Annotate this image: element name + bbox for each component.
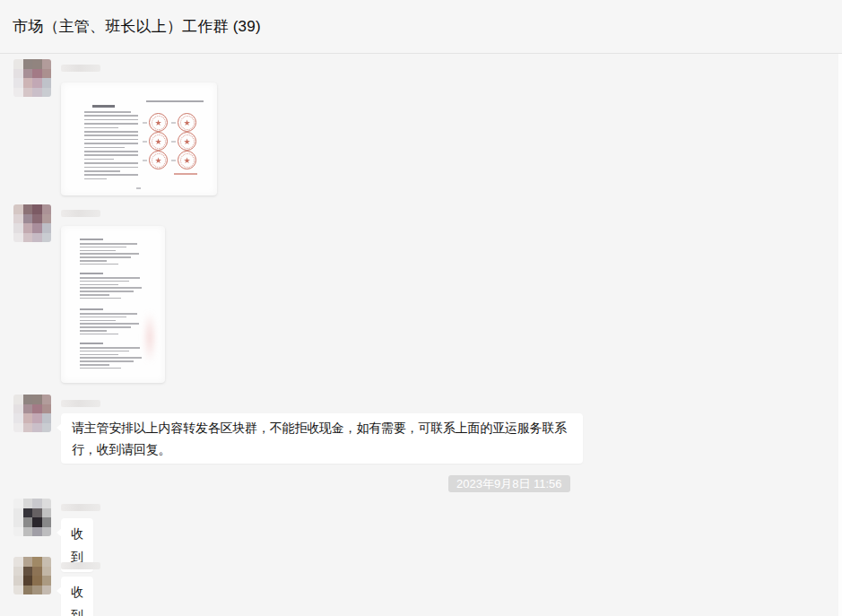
- doc-block-header-line: [80, 308, 103, 310]
- avatar-pixel: [23, 499, 33, 508]
- attachment-image-document-text[interactable]: [61, 226, 165, 383]
- avatar-pixel: [42, 499, 52, 508]
- avatar-pixel: [42, 576, 52, 586]
- doc-text-line: [84, 134, 138, 136]
- avatar-pixel: [13, 508, 23, 518]
- doc-text-line: [80, 364, 109, 366]
- avatar-pixel: [42, 214, 52, 224]
- avatar-pixel: [42, 59, 52, 69]
- avatar-pixel: [23, 404, 33, 414]
- avatar[interactable]: [13, 395, 51, 432]
- avatar-pixel: [13, 204, 23, 214]
- doc-red-date-line: [174, 173, 197, 175]
- doc-text-line: [80, 264, 118, 265]
- doc-text-line: [80, 298, 121, 299]
- doc-mark: [143, 122, 147, 124]
- avatar-pixel: [32, 527, 42, 537]
- avatar-pixel: [32, 395, 42, 404]
- doc-text-line: [84, 131, 138, 133]
- attachment-image-document-seals[interactable]: ★★★★★★: [61, 82, 217, 195]
- doc-text-line: [80, 243, 137, 245]
- doc-text-line: [80, 323, 139, 325]
- red-seal-stamp-icon: ★: [178, 151, 196, 169]
- avatar[interactable]: [13, 557, 51, 594]
- avatar[interactable]: [13, 59, 51, 97]
- chat-window: 市场（主管、班长以上）工作群 (39) ★★★★★★ 请主管安排以上内容转发各区…: [0, 0, 842, 616]
- star-icon: ★: [150, 114, 167, 131]
- doc-text-line: [84, 154, 138, 156]
- doc-block-header-line: [80, 239, 103, 240]
- doc-text-line: [80, 317, 126, 318]
- avatar-pixel: [32, 404, 42, 414]
- message-bubble: 请主管安排以上内容转发各区块群，不能拒收现金，如有需要，可联系上面的亚运服务联系…: [61, 413, 583, 464]
- sender-name-redacted: [61, 562, 100, 569]
- doc-text-line: [80, 326, 131, 328]
- sender-name-redacted: [61, 210, 100, 217]
- avatar-pixel: [23, 586, 33, 595]
- star-icon: ★: [150, 152, 167, 169]
- doc-mark: [171, 160, 176, 161]
- avatar-pixel: [13, 413, 23, 423]
- avatar-pixel: [23, 557, 33, 567]
- doc-pink-smudge: [143, 311, 156, 363]
- sender-name-redacted: [61, 400, 100, 407]
- avatar-pixel: [32, 557, 42, 567]
- red-seal-stamp-icon: ★: [149, 132, 168, 151]
- avatar-pixel: [42, 204, 52, 214]
- timestamp-badge: 2023年9月8日 11:56: [448, 475, 570, 492]
- avatar-pixel: [23, 527, 33, 537]
- avatar-pixel: [13, 404, 23, 414]
- avatar-pixel: [42, 233, 52, 243]
- avatar-pixel: [23, 413, 33, 423]
- doc-mark: [171, 122, 176, 124]
- doc-page-number: [136, 187, 141, 189]
- avatar-pixel: [32, 413, 42, 423]
- doc-text-line: [80, 330, 107, 332]
- doc-text-line: [80, 287, 142, 289]
- avatar-pixel: [13, 517, 23, 527]
- avatar-pixel: [32, 586, 42, 595]
- sender-name-redacted: [61, 65, 100, 72]
- chat-title: 市场（主管、班长以上）工作群 (39): [13, 0, 261, 53]
- doc-text-line: [80, 347, 140, 349]
- avatar-pixel: [23, 204, 33, 214]
- avatar-pixel: [13, 233, 23, 243]
- message-bubble: 收到: [61, 577, 93, 616]
- avatar-pixel: [32, 59, 42, 69]
- avatar-pixel: [32, 78, 42, 88]
- doc-text-line: [80, 354, 118, 356]
- scrollbar-track[interactable]: [838, 54, 842, 616]
- avatar-pixel: [23, 567, 33, 577]
- avatar-pixel: [23, 395, 33, 404]
- avatar-pixel: [32, 499, 42, 508]
- avatar-pixel: [42, 517, 52, 527]
- avatar-pixel: [32, 88, 42, 98]
- doc-block-header-line: [80, 343, 103, 344]
- avatar-pixel: [42, 508, 52, 518]
- star-icon: ★: [178, 152, 195, 169]
- avatar-pixel: [42, 557, 52, 567]
- avatar-pixel: [13, 395, 23, 404]
- avatar[interactable]: [13, 499, 51, 536]
- doc-text-line: [80, 291, 134, 292]
- avatar-pixel: [32, 233, 42, 243]
- avatar-pixel: [32, 204, 42, 214]
- doc-text-line: [80, 320, 116, 322]
- doc-mark: [143, 160, 147, 161]
- doc-text-line: [84, 151, 138, 152]
- avatar-pixel: [13, 88, 23, 98]
- avatar-pixel: [13, 214, 23, 224]
- doc-text-line: [80, 368, 121, 369]
- avatar-pixel: [13, 557, 23, 567]
- doc-text-line: [84, 174, 138, 176]
- doc-text-line: [84, 111, 131, 113]
- avatar-pixel: [13, 576, 23, 586]
- avatar-pixel: [23, 223, 33, 233]
- avatar-pixel: [32, 223, 42, 233]
- avatar-pixel: [23, 78, 33, 88]
- doc-text-line: [80, 277, 140, 279]
- avatar-pixel: [13, 586, 23, 595]
- avatar[interactable]: [13, 204, 51, 242]
- avatar-pixel: [42, 413, 52, 423]
- avatar-pixel: [13, 78, 23, 88]
